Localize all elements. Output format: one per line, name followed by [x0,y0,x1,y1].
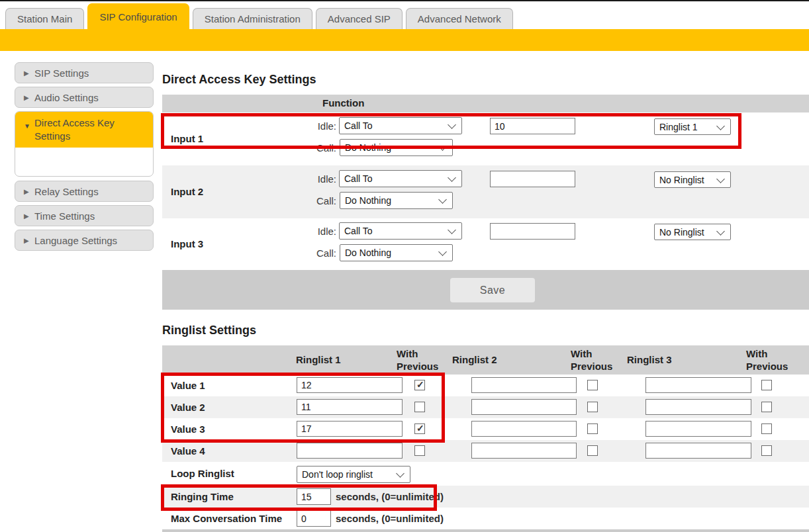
chevron-down-icon [396,469,404,478]
value1-withprev2-checkbox[interactable] [587,380,598,390]
input3-call-action-value: Do Nothing [345,247,391,258]
input2-call-action-value: Do Nothing [345,195,391,206]
input1-call-number-field[interactable] [490,118,575,134]
input1-ringlist-select[interactable]: Ringlist 1 [654,118,731,135]
value3-withprev3-checkbox[interactable] [761,423,772,434]
value4-ringlist1-field[interactable] [297,443,403,459]
ringing-time-field[interactable] [297,488,331,505]
chevron-down-icon [716,227,725,236]
ringing-time-label: Ringing Time [171,491,234,502]
max-conversation-field[interactable] [297,510,331,527]
input2-ringlist-select[interactable]: No Ringlist [654,171,731,188]
value4-withprev1-checkbox[interactable] [414,445,425,456]
value1-ringlist2-field[interactable] [471,377,577,393]
sidebar-item-label: SIP Settings [34,67,89,79]
value3-withprev1-checkbox[interactable] [414,423,425,434]
tab-sip-configuration[interactable]: SIP Configuration [87,3,189,29]
sidebar-item-label: Relay Settings [34,186,99,197]
input2-idle-action-select[interactable]: Call To [339,170,462,187]
input1-call-action-select[interactable]: Do Nothing [340,139,453,156]
input1-call-action-value: Do Nothing [345,142,391,153]
dak-row-input3: Input 3 Idle: Call To No Ringlist Call: … [162,218,809,270]
chevron-down-icon: ▼ [24,120,34,133]
value1-withprev1-checkbox[interactable] [414,380,425,390]
input3-idle-action-value: Call To [344,226,373,236]
loop-ringlist-select[interactable]: Don't loop ringlist [297,466,410,483]
ringing-time-suffix: seconds, (0=unlimited) [336,491,444,502]
value4-withprev2-checkbox[interactable] [587,445,598,456]
chevron-down-icon [716,122,725,130]
call-label: Call: [291,195,336,206]
tab-advanced-network[interactable]: Advanced Network [406,8,513,29]
value3-ringlist3-field[interactable] [645,421,751,437]
sidebar-item-audio-settings[interactable]: ▶ Audio Settings [15,87,154,108]
value2-ringlist3-field[interactable] [645,399,751,415]
value4-withprev3-checkbox[interactable] [761,445,772,456]
value2-withprev2-checkbox[interactable] [587,402,598,412]
ringlist-row-ringing-time: Ringing Time seconds, (0=unlimited) [162,486,809,508]
value4-label: Value 4 [171,445,205,457]
call-label: Call: [291,142,336,154]
ringlist2-column-header: Ringlist 2 [452,354,497,365]
dak-table: Function Input 1 Idle: Call To Ringlist … [162,95,809,310]
input2-label: Input 2 [171,186,203,197]
chevron-right-icon: ▶ [24,237,34,244]
value2-ringlist2-field[interactable] [471,399,577,415]
tab-station-administration[interactable]: Station Administration [193,8,312,29]
chevron-right-icon: ▶ [24,188,34,195]
value3-ringlist2-field[interactable] [471,421,577,437]
sidebar-item-active-header[interactable]: ▼ Direct Access Key Settings [15,112,153,148]
tab-station-main[interactable]: Station Main [5,8,84,29]
dak-save-row: Save [162,270,809,310]
sidebar-item-relay-settings[interactable]: ▶ Relay Settings [15,181,154,202]
input2-call-number-field[interactable] [490,171,575,187]
with-previous3-column-header: With Previous [746,347,788,373]
input1-label: Input 1 [171,133,203,144]
input2-call-action-select[interactable]: Do Nothing [340,192,453,209]
input3-call-action-select[interactable]: Do Nothing [340,244,453,261]
sip-station-config-page: Station Main SIP Configuration Station A… [0,0,809,532]
ringlist-row-value1: Value 1 [162,375,809,396]
value1-withprev3-checkbox[interactable] [761,380,772,390]
value1-ringlist1-field[interactable] [297,377,403,393]
value2-withprev1-checkbox[interactable] [414,402,425,412]
value4-ringlist2-field[interactable] [471,443,577,459]
idle-label: Idle: [291,226,336,237]
value3-ringlist1-field[interactable] [297,421,403,437]
dak-table-header: Function [162,95,809,112]
chevron-down-icon [448,226,456,234]
loop-ringlist-value: Don't loop ringlist [302,469,373,480]
max-conversation-suffix: seconds, (0=unlimited) [336,513,444,524]
ringlist-table-header: Ringlist 1 With Previous Ringlist 2 With… [162,345,809,375]
value2-withprev3-checkbox[interactable] [761,402,772,412]
loop-ringlist-label: Loop Ringlist [171,468,234,479]
chevron-right-icon: ▶ [24,69,34,77]
ringlist-row-value2: Value 2 [162,396,809,418]
ringlist-row-loop: Loop Ringlist Don't loop ringlist [162,462,809,486]
ringlist1-column-header: Ringlist 1 [296,354,341,365]
input3-label: Input 3 [171,238,203,249]
chevron-down-icon [438,195,447,204]
dak-row-input1: Input 1 Idle: Call To Ringlist 1 Call: D… [162,112,809,165]
value1-ringlist3-field[interactable] [645,377,751,393]
input3-ringlist-select[interactable]: No Ringlist [654,224,731,240]
value3-withprev2-checkbox[interactable] [587,423,598,434]
input3-idle-action-select[interactable]: Call To [339,222,462,240]
with-previous2-column-header: With Previous [571,347,613,373]
value2-ringlist1-field[interactable] [297,399,403,415]
input3-call-number-field[interactable] [490,223,575,240]
value2-label: Value 2 [171,402,205,413]
input1-idle-action-select[interactable]: Call To [339,117,462,134]
with-previous1-column-header: With Previous [397,347,439,373]
sidebar-item-sip-settings[interactable]: ▶ SIP Settings [15,62,154,83]
chevron-down-icon [438,247,447,256]
sidebar-item-time-settings[interactable]: ▶ Time Settings [15,205,154,226]
chevron-down-icon [448,173,456,182]
value4-ringlist3-field[interactable] [645,443,751,459]
sidebar-item-direct-access-key-settings[interactable]: ▼ Direct Access Key Settings [15,111,154,177]
save-button[interactable]: Save [450,278,535,302]
sidebar-item-language-settings[interactable]: ▶ Language Settings [15,230,154,251]
tab-advanced-sip[interactable]: Advanced SIP [316,8,403,29]
ringlist3-column-header: Ringlist 3 [627,354,672,365]
chevron-down-icon [438,142,447,151]
